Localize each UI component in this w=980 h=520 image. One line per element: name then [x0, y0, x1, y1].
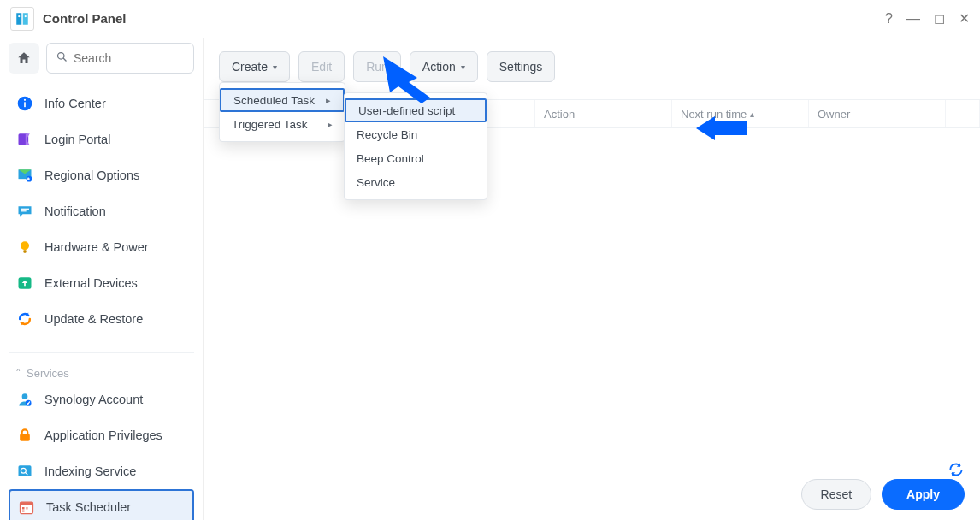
sidebar-item-app-privileges[interactable]: Application Privileges [9, 417, 194, 453]
svg-rect-15 [23, 250, 26, 252]
svg-rect-12 [21, 209, 29, 210]
edit-button[interactable]: Edit [298, 51, 345, 82]
svg-point-2 [18, 15, 20, 16]
sidebar-item-label: Synology Account [44, 393, 143, 406]
sidebar-item-info-center[interactable]: Info Center [9, 86, 194, 121]
svg-point-17 [22, 393, 28, 399]
sidebar-item-notification[interactable]: Notification [9, 193, 194, 229]
svg-rect-0 [16, 13, 21, 25]
lock-icon [15, 426, 34, 445]
sidebar-item-label: Hardware & Power [44, 240, 149, 254]
menu-item-service[interactable]: Service [345, 170, 487, 194]
user-icon [15, 390, 34, 409]
chevron-right-icon: ▸ [328, 119, 333, 130]
upload-icon [15, 274, 34, 292]
svg-rect-1 [23, 13, 28, 25]
info-icon [15, 94, 34, 113]
sidebar-item-label: Info Center [44, 97, 106, 110]
main-pane: Create ▾ Edit Run Action ▾ Settings Sche… [204, 38, 980, 520]
scheduled-task-submenu: User-defined script Recycle Bin Beep Con… [344, 92, 487, 200]
run-button[interactable]: Run [353, 51, 401, 82]
svg-rect-7 [24, 102, 26, 107]
svg-point-8 [24, 99, 26, 101]
svg-rect-25 [22, 507, 25, 510]
maximize-icon[interactable]: ◻ [934, 12, 945, 26]
window-controls: ? — ◻ ✕ [885, 12, 970, 26]
menu-item-recycle-bin[interactable]: Recycle Bin [345, 122, 487, 146]
sidebar-item-label: Notification [44, 204, 106, 218]
svg-line-5 [63, 58, 66, 61]
sidebar-item-label: Application Privileges [44, 428, 162, 442]
caret-down-icon: ▾ [273, 62, 277, 72]
portal-icon [15, 130, 34, 149]
action-button[interactable]: Action ▾ [410, 51, 478, 82]
minimize-icon[interactable]: — [906, 12, 920, 26]
sidebar-item-label: Login Portal [44, 133, 110, 146]
svg-point-14 [21, 241, 29, 250]
sidebar-item-task-scheduler[interactable]: Task Scheduler [9, 489, 194, 520]
sidebar-item-update[interactable]: Update & Restore [9, 301, 194, 337]
sidebar-item-label: Indexing Service [44, 464, 136, 478]
menu-item-beep-control[interactable]: Beep Control [345, 146, 487, 170]
bulb-icon [15, 238, 34, 257]
svg-rect-13 [21, 210, 27, 211]
app-icon [10, 7, 34, 31]
svg-rect-24 [21, 502, 33, 505]
sidebar: Info Center Login Portal Regional Option… [0, 38, 204, 520]
reset-button[interactable]: Reset [801, 479, 872, 510]
sidebar-item-label: Update & Restore [44, 312, 143, 326]
create-menu: Scheduled Task ▸ Triggered Task ▸ [219, 82, 345, 142]
close-icon[interactable]: ✕ [959, 12, 970, 26]
menu-item-scheduled-task[interactable]: Scheduled Task ▸ [220, 88, 345, 112]
apply-button[interactable]: Apply [882, 479, 965, 510]
column-action[interactable]: Action [535, 100, 672, 127]
chat-icon [15, 202, 34, 221]
sidebar-item-hardware[interactable]: Hardware & Power [9, 229, 194, 265]
search-input[interactable] [74, 51, 185, 65]
index-icon [15, 462, 34, 481]
globe-icon [15, 166, 34, 185]
sidebar-item-login-portal[interactable]: Login Portal [9, 121, 194, 157]
sidebar-item-label: Task Scheduler [46, 500, 131, 514]
search-icon [56, 50, 68, 66]
svg-rect-20 [19, 465, 32, 476]
settings-button[interactable]: Settings [487, 51, 556, 82]
sidebar-item-indexing[interactable]: Indexing Service [9, 453, 194, 489]
chevron-up-icon: ˄ [15, 367, 21, 380]
sidebar-item-external[interactable]: External Devices [9, 265, 194, 301]
search-box[interactable] [46, 43, 194, 74]
menu-item-user-defined-script[interactable]: User-defined script [345, 98, 487, 122]
footer: Reset Apply [801, 479, 965, 510]
home-button[interactable] [9, 43, 39, 74]
sidebar-item-label: External Devices [44, 276, 138, 290]
sidebar-item-regional[interactable]: Regional Options [9, 157, 194, 193]
column-spacer [946, 100, 980, 127]
refresh-icon [15, 310, 34, 328]
sidebar-section-services[interactable]: ˄ Services [9, 352, 194, 381]
create-button[interactable]: Create ▾ [219, 51, 290, 82]
svg-point-3 [25, 15, 27, 16]
help-icon[interactable]: ? [885, 12, 893, 26]
column-owner[interactable]: Owner [809, 100, 946, 127]
calendar-icon [17, 498, 36, 517]
menu-item-triggered-task[interactable]: Triggered Task ▸ [220, 112, 345, 136]
window-title: Control Panel [43, 11, 127, 26]
title-bar: Control Panel ? — ◻ ✕ [0, 0, 980, 38]
sort-asc-icon: ▴ [750, 109, 754, 119]
svg-rect-26 [26, 507, 28, 510]
svg-rect-19 [20, 434, 30, 440]
svg-rect-27 [22, 510, 25, 512]
column-next-run[interactable]: Next run time ▴ [672, 100, 809, 127]
sidebar-item-label: Regional Options [44, 168, 139, 182]
caret-down-icon: ▾ [461, 62, 465, 72]
chevron-right-icon: ▸ [326, 95, 331, 106]
sidebar-item-synology-account[interactable]: Synology Account [9, 381, 194, 417]
svg-point-4 [58, 53, 65, 60]
